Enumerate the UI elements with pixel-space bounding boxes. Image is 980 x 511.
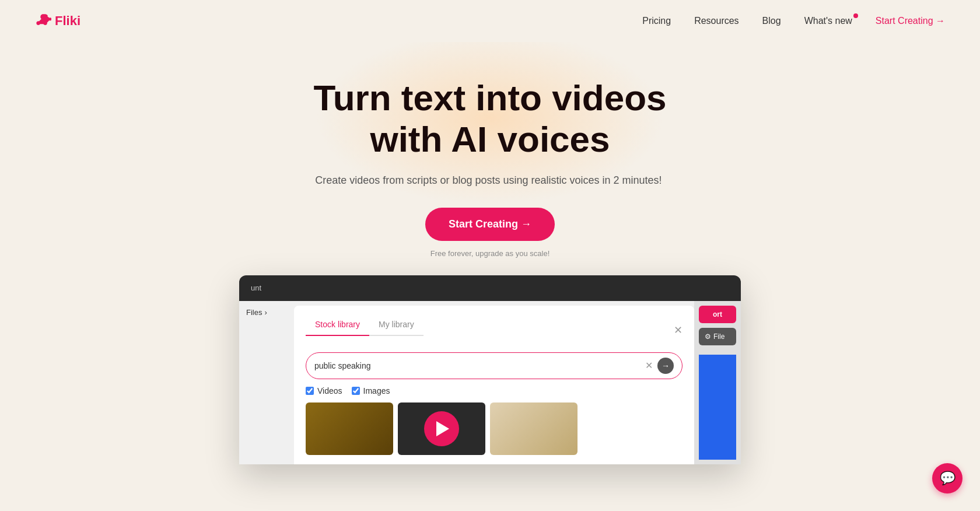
library-tabs: Stock library My library: [306, 315, 424, 336]
close-icon[interactable]: ✕: [674, 324, 682, 337]
whats-new-dot: [853, 13, 858, 18]
app-dark-bar: unt: [239, 275, 741, 301]
search-bar[interactable]: ✕ →: [306, 352, 682, 379]
images-checkbox[interactable]: [352, 387, 360, 395]
files-label: Files ›: [246, 308, 285, 317]
play-button[interactable]: [424, 411, 459, 446]
hero-section: Turn text into videos with AI voices Cre…: [0, 42, 980, 488]
thumbnail-3[interactable]: [490, 402, 578, 455]
blue-preview-block: [699, 355, 736, 460]
nav-start-creating[interactable]: Start Creating →: [876, 16, 945, 26]
free-forever-text: Free forever, upgrade as you scale!: [313, 249, 666, 258]
chat-icon: 💬: [940, 471, 956, 486]
app-body: Files › Stock library My library ✕: [239, 301, 741, 464]
filter-row: Videos Images: [306, 386, 682, 396]
export-button[interactable]: ort: [699, 306, 736, 323]
dark-bar-text: unt: [251, 284, 261, 292]
thumbnail-2[interactable]: [398, 402, 485, 455]
play-triangle-icon: [436, 421, 449, 436]
nav-pricing[interactable]: Pricing: [642, 16, 671, 26]
filter-images: Images: [352, 386, 390, 396]
hero-subtitle: Create videos from scripts or blog posts…: [313, 174, 663, 187]
tab-my-library[interactable]: My library: [369, 315, 424, 336]
app-sidebar: Files ›: [239, 301, 292, 464]
app-main: Stock library My library ✕ ✕ →: [294, 306, 694, 464]
search-clear-icon[interactable]: ✕: [645, 360, 653, 371]
filter-videos: Videos: [306, 386, 342, 396]
nav-resources[interactable]: Resources: [694, 16, 738, 26]
app-screenshot: unt Files › Stock library My library: [239, 275, 741, 464]
videos-checkbox[interactable]: [306, 387, 314, 395]
app-right-panel: ort ⚙ File: [694, 301, 741, 464]
navbar: Fliki Pricing Resources Blog What's new …: [0, 0, 980, 42]
hero-title: Turn text into videos with AI voices: [313, 77, 666, 160]
library-panel: Stock library My library ✕ ✕ →: [294, 306, 694, 464]
nav-whats-new-wrapper: What's new: [804, 16, 852, 26]
hero-content: Turn text into videos with AI voices Cre…: [313, 77, 666, 258]
hero-cta-button[interactable]: Start Creating →: [425, 208, 555, 241]
images-label: Images: [363, 386, 390, 396]
thumbnail-1[interactable]: [306, 402, 393, 455]
logo[interactable]: Fliki: [35, 13, 80, 29]
nav-blog[interactable]: Blog: [762, 16, 781, 26]
image-grid: [306, 402, 682, 455]
search-input[interactable]: [314, 361, 640, 370]
gear-icon: ⚙: [705, 332, 711, 341]
search-arrow-icon[interactable]: →: [657, 358, 674, 374]
brand-name: Fliki: [55, 13, 80, 29]
nav-whats-new[interactable]: What's new: [804, 16, 852, 26]
logo-icon: [35, 13, 51, 29]
files-chevron-icon: ›: [264, 308, 267, 317]
file-button[interactable]: ⚙ File: [699, 328, 736, 345]
tab-stock-library[interactable]: Stock library: [306, 315, 369, 336]
videos-label: Videos: [317, 386, 342, 396]
nav-links: Pricing Resources Blog What's new Start …: [642, 16, 945, 26]
chat-button[interactable]: 💬: [932, 463, 963, 494]
library-header: Stock library My library ✕: [306, 315, 682, 345]
